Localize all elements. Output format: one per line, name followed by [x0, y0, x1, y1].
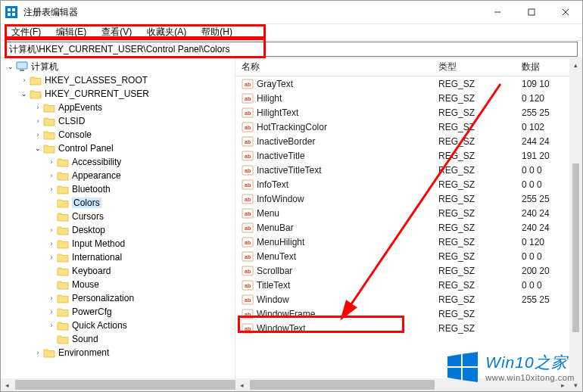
minimize-button[interactable]: [480, 1, 514, 23]
list-row[interactable]: abInactiveBorderREG_SZ244 24: [235, 134, 582, 148]
tree-item[interactable]: Keyboard: [1, 264, 235, 278]
tree-item[interactable]: ⌄计算机: [1, 60, 235, 73]
chevron-right-icon[interactable]: ›: [46, 306, 57, 317]
folder-icon: [30, 75, 42, 86]
tree-item[interactable]: ›CLSID: [1, 114, 235, 128]
list-row[interactable]: abWindowREG_SZ255 25: [235, 292, 582, 306]
address-input[interactable]: [5, 42, 578, 57]
tree-item[interactable]: ›Personalization: [1, 291, 235, 305]
menu-file[interactable]: 文件(F): [5, 24, 47, 40]
list-horizontal-scrollbar[interactable]: ◂ ▸: [235, 378, 569, 391]
tree-item[interactable]: ›Input Method: [1, 237, 235, 250]
scroll-down-icon[interactable]: ▾: [569, 378, 582, 391]
list-row[interactable]: abMenuHilightREG_SZ0 120: [235, 235, 582, 249]
menu-edit[interactable]: 编辑(E): [50, 24, 92, 40]
chevron-right-icon[interactable]: ›: [46, 320, 57, 331]
scroll-up-icon[interactable]: ▴: [569, 58, 582, 71]
value-name: Hilight: [257, 93, 282, 104]
chevron-right-icon[interactable]: ›: [46, 170, 57, 181]
list-vertical-scrollbar[interactable]: ▴ ▾: [569, 58, 582, 391]
folder-icon: [57, 306, 69, 317]
chevron-right-icon[interactable]: ›: [46, 157, 57, 167]
list-row[interactable]: abInactiveTitleREG_SZ191 20: [235, 148, 582, 163]
list-row[interactable]: abHilightTextREG_SZ255 25: [235, 105, 582, 120]
chevron-right-icon[interactable]: ›: [46, 252, 57, 263]
chevron-right-icon[interactable]: ›: [33, 347, 43, 358]
list-header: 名称 类型 数据: [235, 58, 582, 76]
tree-item[interactable]: ›Quick Actions: [1, 319, 235, 332]
menu-view[interactable]: 查看(V): [95, 24, 138, 40]
column-header-name[interactable]: 名称: [235, 61, 432, 73]
tree-item[interactable]: Mouse: [1, 278, 235, 291]
list-row[interactable]: abInfoTextREG_SZ0 0 0: [235, 177, 582, 191]
list-row[interactable]: abTitleTextREG_SZ0 0 0: [235, 278, 582, 292]
expander-spacer: [46, 334, 57, 344]
tree-item[interactable]: ›International: [1, 250, 235, 264]
tree-item[interactable]: ›AppEvents: [1, 101, 235, 114]
svg-rect-1: [12, 8, 15, 11]
chevron-right-icon[interactable]: ›: [46, 293, 57, 303]
chevron-right-icon[interactable]: ›: [33, 129, 43, 140]
tree-item[interactable]: Cursors: [1, 210, 235, 223]
tree-horizontal-scrollbar[interactable]: ◂ ▸: [1, 378, 235, 391]
list-row[interactable]: abInfoWindowREG_SZ255 25: [235, 191, 582, 206]
tree-item[interactable]: ⌄HKEY_CURRENT_USER: [1, 87, 235, 101]
tree-item[interactable]: ›Bluetooth: [1, 182, 235, 196]
chevron-right-icon[interactable]: ›: [46, 184, 57, 194]
tree-pane[interactable]: ⌄计算机›HKEY_CLASSES_ROOT⌄HKEY_CURRENT_USER…: [1, 58, 235, 391]
menu-help[interactable]: 帮助(H): [195, 24, 238, 40]
list-row[interactable]: abScrollbarREG_SZ200 20: [235, 263, 582, 278]
menu-favorites[interactable]: 收藏夹(A): [141, 24, 192, 40]
tree-item[interactable]: ›Accessibility: [1, 155, 235, 169]
value-name: Scrollbar: [257, 266, 292, 276]
value-type: REG_SZ: [432, 179, 516, 190]
list-body[interactable]: abGrayTextREG_SZ109 10abHilightREG_SZ0 1…: [235, 76, 582, 391]
chevron-right-icon[interactable]: ›: [46, 238, 57, 249]
tree-item[interactable]: ›PowerCfg: [1, 305, 235, 319]
tree-item[interactable]: ›Desktop: [1, 223, 235, 237]
tree-item[interactable]: ›Appearance: [1, 169, 235, 182]
value-name: InfoText: [257, 179, 288, 190]
column-header-type[interactable]: 类型: [432, 61, 516, 73]
svg-text:ab: ab: [245, 154, 251, 159]
folder-icon: [57, 252, 69, 263]
tree-item[interactable]: Colors: [1, 196, 235, 210]
chevron-down-icon[interactable]: ⌄: [33, 143, 43, 154]
tree-item[interactable]: Sound: [1, 332, 235, 346]
tree-item[interactable]: ›Environment: [1, 346, 235, 359]
svg-text:ab: ab: [245, 312, 251, 317]
chevron-right-icon[interactable]: ›: [46, 225, 57, 235]
list-row[interactable]: abMenuBarREG_SZ240 24: [235, 220, 582, 235]
scroll-right-icon[interactable]: ▸: [556, 378, 569, 391]
chevron-right-icon[interactable]: ›: [33, 116, 43, 126]
svg-text:ab: ab: [245, 254, 251, 260]
tree-item-label: Bluetooth: [72, 184, 111, 194]
chevron-down-icon[interactable]: ⌄: [19, 89, 30, 99]
string-value-icon: ab: [242, 193, 254, 205]
expander-spacer: [46, 266, 57, 276]
tree-item[interactable]: ⌄Control Panel: [1, 142, 235, 155]
chevron-right-icon[interactable]: ›: [19, 75, 30, 86]
tree-item[interactable]: ›HKEY_CLASSES_ROOT: [1, 73, 235, 87]
list-row[interactable]: abHilightREG_SZ0 120: [235, 91, 582, 105]
folder-icon: [57, 266, 69, 276]
scroll-left-icon[interactable]: ◂: [1, 378, 14, 391]
close-button[interactable]: [548, 1, 582, 23]
titlebar: 注册表编辑器: [1, 1, 582, 23]
svg-text:ab: ab: [245, 96, 251, 101]
scroll-left-icon[interactable]: ◂: [235, 378, 248, 391]
chevron-down-icon[interactable]: ⌄: [5, 61, 16, 72]
list-row[interactable]: abWindowTextREG_SZ: [235, 321, 582, 335]
list-row[interactable]: abGrayTextREG_SZ109 10: [235, 76, 582, 91]
tree-item[interactable]: ›Console: [1, 128, 235, 142]
list-row[interactable]: abMenuREG_SZ240 24: [235, 206, 582, 220]
value-name: InactiveTitleText: [257, 165, 322, 176]
list-row[interactable]: abInactiveTitleTextREG_SZ0 0 0: [235, 163, 582, 177]
maximize-button[interactable]: [514, 1, 548, 23]
list-row[interactable]: abHotTrackingColorREG_SZ0 102: [235, 120, 582, 134]
string-value-icon: ab: [242, 222, 254, 234]
chevron-right-icon[interactable]: ›: [33, 102, 43, 113]
list-row[interactable]: abWindowFrameREG_SZ: [235, 306, 582, 321]
list-row[interactable]: abMenuTextREG_SZ0 0 0: [235, 249, 582, 263]
expander-spacer: [46, 211, 57, 222]
